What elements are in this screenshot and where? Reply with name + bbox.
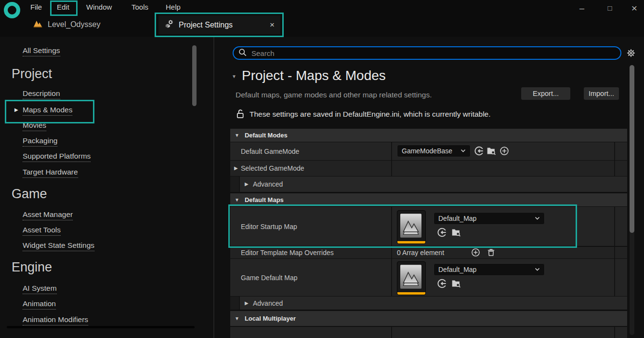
level-mountain-icon (33, 19, 43, 30)
sidebar-item-description[interactable]: Description (23, 89, 60, 99)
sidebar-item-all-settings[interactable]: All Settings (23, 46, 60, 56)
panel-divider[interactable] (213, 37, 214, 338)
use-selected-asset-icon[interactable] (436, 278, 447, 289)
search-input[interactable] (250, 49, 616, 58)
clear-array-trash-icon[interactable] (486, 247, 497, 258)
editor-startup-map-thumbnail[interactable] (397, 210, 426, 244)
close-button[interactable]: × (628, 2, 641, 14)
row-editor-template-map-overrides: Editor Template Map Overrides 0 Array el… (230, 247, 627, 258)
tab-level-odyssey[interactable]: Level_Odyssey (33, 18, 100, 31)
row-game-default-map: Game Default Map (230, 259, 627, 296)
section-collapse-icon[interactable]: ▼ (232, 74, 237, 79)
sidebar-item-animation-modifiers[interactable]: Animation Modifiers (23, 315, 88, 325)
add-gamemode-icon[interactable] (499, 146, 510, 156)
editor-startup-map-dropdown[interactable]: Default_Map (434, 212, 545, 225)
dropdown-value: Default_Map (438, 266, 476, 273)
level-tab-label: Level_Odyssey (48, 20, 100, 29)
settings-search-bar[interactable] (233, 46, 621, 60)
default-gamemode-dropdown[interactable]: GameModeBase (397, 145, 471, 157)
game-default-map-thumbnail[interactable] (397, 261, 426, 295)
expand-arrow-icon[interactable]: ▶ (234, 166, 238, 171)
sidebar-item-maps-modes[interactable]: Maps & Modes (23, 106, 72, 116)
section-header-default-modes[interactable]: ▼ Default Modes (230, 129, 627, 142)
sidebar-item-ai-system[interactable]: AI System (23, 284, 57, 294)
browse-to-asset-icon[interactable] (486, 146, 497, 156)
sidebar-item-target-hardware[interactable]: Target Hardware (23, 168, 78, 178)
add-array-element-icon[interactable] (471, 247, 481, 258)
collapse-arrow-icon: ▼ (235, 133, 239, 138)
row-label: Advanced (253, 299, 283, 307)
use-selected-asset-icon[interactable] (473, 146, 484, 156)
row-label: Default GameMode (241, 148, 299, 155)
maximize-button[interactable]: □ (603, 2, 617, 14)
row-selected-gamemode[interactable]: ▶ Selected GameMode (230, 161, 627, 176)
dropdown-value: GameModeBase (402, 147, 452, 155)
sidebar-section-game: Game (12, 187, 47, 202)
row-editor-startup-map: Editor Startup Map (230, 207, 627, 246)
row-label: Editor Template Map Overrides (241, 249, 334, 257)
menu-window[interactable]: Window (84, 1, 114, 13)
sidebar-item-animation[interactable]: Animation (23, 299, 56, 310)
menu-tools[interactable]: Tools (130, 1, 150, 13)
tab-project-settings[interactable]: Project Settings × (158, 15, 280, 34)
row-label: Game Default Map (241, 274, 298, 282)
menu-edit[interactable]: Edit (55, 1, 71, 13)
unlock-icon (236, 108, 245, 122)
tab-close-icon[interactable]: × (270, 21, 275, 29)
project-settings-icon (164, 19, 174, 31)
row-advanced-modes[interactable]: ▶ Advanced (230, 176, 627, 192)
collapse-arrow-icon: ▼ (235, 198, 239, 203)
browse-to-asset-icon[interactable] (451, 278, 461, 289)
row-partial (230, 327, 627, 338)
section-title: Local Multiplayer (245, 315, 296, 322)
main-scrollbar[interactable] (630, 65, 634, 233)
project-settings-window: File Edit Window Tools Help – □ × Level_… (0, 0, 644, 338)
menu-file[interactable]: File (28, 1, 44, 13)
expander-arrow-icon[interactable]: ▶ (14, 108, 18, 112)
collapse-arrow-icon: ▼ (235, 316, 239, 321)
unreal-logo-icon (4, 2, 20, 18)
export-button[interactable]: Export... (521, 87, 570, 100)
sidebar-section-engine: Engine (12, 260, 52, 275)
section-title: Default Maps (245, 196, 284, 203)
menu-help[interactable]: Help (164, 1, 183, 13)
section-header-local-multiplayer[interactable]: ▼ Local Multiplayer (230, 311, 627, 326)
sidebar-section-project: Project (12, 67, 52, 81)
row-label: Selected GameMode (241, 164, 304, 172)
sidebar-item-asset-manager[interactable]: Asset Manager (23, 210, 73, 220)
expand-arrow-icon[interactable]: ▶ (245, 301, 249, 306)
import-button[interactable]: Import... (584, 87, 619, 100)
game-default-map-dropdown[interactable]: Default_Map (434, 263, 545, 276)
section-header-default-maps[interactable]: ▼ Default Maps (230, 193, 627, 206)
settings-gear-icon[interactable] (626, 48, 636, 60)
project-settings-tab-label: Project Settings (179, 21, 233, 29)
browse-to-asset-icon[interactable] (451, 227, 461, 238)
row-advanced-maps[interactable]: ▶ Advanced (230, 297, 627, 310)
row-label: Editor Startup Map (241, 223, 297, 230)
config-file-notice: These settings are saved in DefaultEngin… (250, 110, 491, 119)
array-count-value: 0 Array element (397, 249, 444, 257)
use-selected-asset-icon[interactable] (436, 227, 447, 238)
sidebar-item-asset-tools[interactable]: Asset Tools (23, 226, 61, 236)
expand-arrow-icon[interactable]: ▶ (245, 182, 249, 187)
page-title: Project - Maps & Modes (242, 68, 386, 83)
search-icon (238, 48, 247, 58)
sidebar-item-packaging[interactable]: Packaging (23, 136, 57, 147)
sidebar-item-widget-state-settings[interactable]: Widget State Settings (23, 241, 94, 251)
minimize-button[interactable]: – (575, 2, 589, 14)
sidebar-bottom-shadow (7, 326, 195, 328)
section-title: Default Modes (245, 132, 288, 139)
row-label: Advanced (253, 180, 283, 188)
sidebar-scrollbar[interactable] (192, 45, 197, 106)
dropdown-value: Default_Map (438, 215, 476, 222)
sidebar-item-movies[interactable]: Movies (23, 121, 46, 131)
sidebar-item-supported-platforms[interactable]: Supported Platforms (23, 152, 91, 162)
page-subtitle: Default maps, game modes and other map r… (236, 91, 432, 99)
